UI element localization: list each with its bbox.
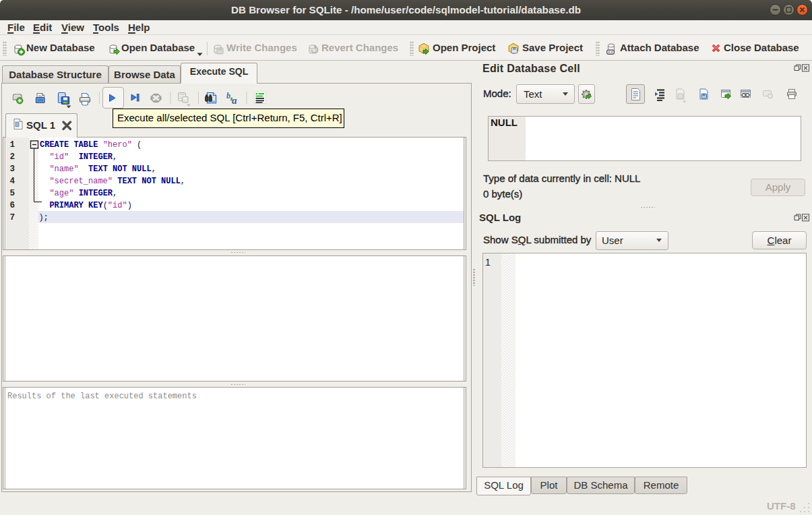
svg-text:a: a <box>232 95 237 106</box>
svg-text:b: b <box>226 91 230 100</box>
